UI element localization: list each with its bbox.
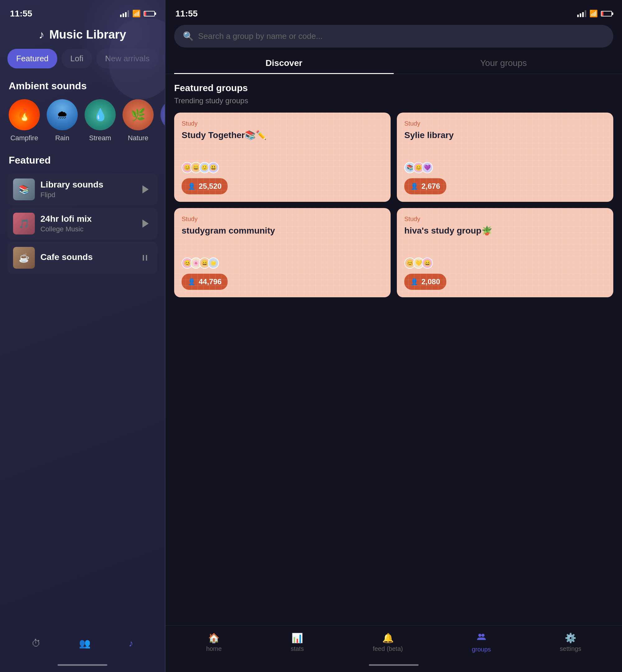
group-name-2: studygram community xyxy=(182,225,383,250)
ambient-section: Ambient sounds 🔥 Campfire 🌧 Rain 💧 Strea… xyxy=(0,77,165,148)
nav-stats-label: stats xyxy=(291,645,304,652)
search-bar[interactable]: 🔍 Search a group by name or code... xyxy=(174,25,613,47)
nav-home-label: home xyxy=(206,645,222,652)
avatar-2-3: 🌟 xyxy=(208,257,219,269)
group-avatars-2: 😊 🌸 😄 🌟 xyxy=(182,257,383,269)
stats-icon: 📊 xyxy=(291,633,303,643)
play-btn-cafe[interactable] xyxy=(138,251,152,264)
pause-icon xyxy=(141,254,148,261)
people-icon-2: 👤 xyxy=(188,278,196,285)
wifi-icon-right: 📶 xyxy=(589,10,598,18)
bottom-nav-left: ⏱ 👥 ♪ xyxy=(0,632,165,661)
track-library-sounds[interactable]: 📚 Library sounds Flipd xyxy=(7,174,158,205)
status-bar-right: 11:55 📶 xyxy=(166,0,622,22)
group-card-studygram[interactable]: Study studygram community 😊 🌸 😄 🌟 👤 44,7… xyxy=(174,208,391,297)
home-icon: 🏠 xyxy=(208,633,219,643)
tab-focus[interactable]: Focus xyxy=(163,49,165,68)
track-lofi-mix[interactable]: 🎵 24hr lofi mix College Music xyxy=(7,208,158,240)
tabs-row: Discover Your groups xyxy=(166,54,622,74)
right-panel: 11:55 📶 🔍 Search a group by name or code… xyxy=(166,0,622,672)
group-count-badge-1: 👤 2,676 xyxy=(404,178,446,194)
music-library-title: Music Library xyxy=(49,28,126,41)
nav-home[interactable]: 🏠 home xyxy=(206,633,222,652)
track-info-cafe: Cafe sounds xyxy=(40,252,133,263)
wifi-icon: 📶 xyxy=(132,10,141,18)
group-name-0: Study Together📚✏️ xyxy=(182,130,383,154)
featured-section: Featured 📚 Library sounds Flipd 🎵 24hr l… xyxy=(0,148,165,632)
people-icon-1: 👤 xyxy=(411,182,418,190)
music-header: ♪ Music Library xyxy=(0,22,165,49)
nature-label: Nature xyxy=(128,134,148,142)
track-thumb-cafe: ☕ xyxy=(13,247,35,269)
track-cafe-sounds[interactable]: ☕ Cafe sounds xyxy=(7,242,158,274)
search-placeholder: Search a group by name or code... xyxy=(198,31,322,41)
nav-music-left[interactable]: ♪ xyxy=(129,638,133,649)
battery-icon xyxy=(144,11,155,16)
nature-circle: 🌿 xyxy=(123,99,153,130)
nav-groups[interactable]: groups xyxy=(472,632,491,653)
status-icons-left: 📶 xyxy=(120,10,155,18)
tab-featured[interactable]: Featured xyxy=(7,49,57,68)
group-count-badge-2: 👤 44,796 xyxy=(182,274,228,290)
featured-groups-heading: Featured groups xyxy=(174,83,613,93)
music-note-icon: ♪ xyxy=(39,28,44,41)
nav-settings-label: settings xyxy=(560,645,581,652)
people-icon-3: 👤 xyxy=(411,278,418,285)
track-list: 📚 Library sounds Flipd 🎵 24hr lofi mix C… xyxy=(0,174,165,274)
avatar-0-3: 😃 xyxy=(208,162,219,173)
track-name-lofi: 24hr lofi mix xyxy=(40,214,133,224)
ambient-nature[interactable]: 🌿 Nature xyxy=(123,99,153,142)
feed-icon: 🔔 xyxy=(382,633,394,643)
nav-settings[interactable]: ⚙️ settings xyxy=(560,633,581,652)
tab-your-groups[interactable]: Your groups xyxy=(394,54,613,74)
svg-point-1 xyxy=(481,634,485,637)
avatar-1-2: 💜 xyxy=(422,162,433,173)
fifth-circle: ✨ xyxy=(161,99,165,130)
featured-title: Featured xyxy=(0,154,165,166)
play-triangle-icon-2 xyxy=(142,219,149,227)
filter-tabs: Featured Lofi New arrivals Focus xyxy=(0,49,165,68)
search-icon: 🔍 xyxy=(183,31,194,41)
ambient-rain[interactable]: 🌧 Rain xyxy=(47,99,78,142)
people-icon-0: 👤 xyxy=(188,182,196,190)
ambient-circles: 🔥 Campfire 🌧 Rain 💧 Stream 🌿 xyxy=(0,99,165,142)
nav-groups-left[interactable]: 👥 xyxy=(79,638,91,649)
tab-new-arrivals[interactable]: New arrivals xyxy=(96,49,158,68)
group-name-1: Sylie library xyxy=(404,130,606,154)
group-avatars-3: 😊 💛 😄 xyxy=(404,257,606,269)
stream-label: Stream xyxy=(89,134,111,142)
group-count-1: 2,676 xyxy=(421,182,440,190)
bottom-nav-right: 🏠 home 📊 stats 🔔 feed (beta) groups ⚙️ s… xyxy=(166,625,622,662)
ambient-stream[interactable]: 💧 Stream xyxy=(84,99,116,142)
group-category-2: Study xyxy=(182,215,383,223)
status-bar-left: 11:55 📶 xyxy=(0,0,165,22)
settings-icon: ⚙️ xyxy=(565,633,576,643)
ambient-campfire[interactable]: 🔥 Campfire xyxy=(9,99,40,142)
signal-icon-right xyxy=(577,10,586,17)
group-card-study-together[interactable]: Study Study Together📚✏️ 😊 😄 🙂 😃 👤 25,520 xyxy=(174,113,391,202)
track-artist-lofi: College Music xyxy=(40,225,133,233)
time-left: 11:55 xyxy=(10,9,32,19)
nav-timer-left[interactable]: ⏱ xyxy=(31,638,41,649)
group-category-0: Study xyxy=(182,120,383,127)
group-card-sylie[interactable]: Study Sylie library 📚 😊 💜 👤 2,676 xyxy=(397,113,613,202)
track-thumb-library: 📚 xyxy=(13,178,35,200)
featured-groups-sub: Trending study groups xyxy=(174,96,613,105)
tab-discover[interactable]: Discover xyxy=(174,54,394,74)
track-artist-library: Flipd xyxy=(40,191,133,199)
nav-stats[interactable]: 📊 stats xyxy=(291,633,304,652)
groups-icon xyxy=(477,632,486,644)
play-btn-library[interactable] xyxy=(138,182,152,196)
track-thumb-lofi: 🎵 xyxy=(13,213,35,235)
group-avatars-0: 😊 😄 🙂 😃 xyxy=(182,162,383,173)
tab-lofi[interactable]: Lofi xyxy=(62,49,92,68)
nav-groups-label: groups xyxy=(472,646,491,653)
group-card-hiva[interactable]: Study hiva's study group🪴 😊 💛 😄 👤 2,080 xyxy=(397,208,613,297)
track-info-library: Library sounds Flipd xyxy=(40,180,133,199)
group-count-3: 2,080 xyxy=(421,277,440,286)
ambient-fifth[interactable]: ✨ S xyxy=(161,99,165,142)
campfire-circle: 🔥 xyxy=(9,99,40,130)
play-btn-lofi[interactable] xyxy=(138,217,152,231)
time-right: 11:55 xyxy=(175,9,198,19)
nav-feed[interactable]: 🔔 feed (beta) xyxy=(373,633,403,652)
